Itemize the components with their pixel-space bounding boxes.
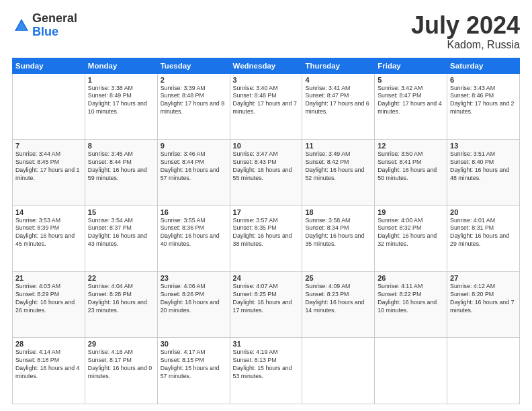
day-content: Sunrise: 3:54 AM Sunset: 8:37 PM Dayligh… xyxy=(88,217,154,249)
calendar-cell: 4Sunrise: 3:41 AM Sunset: 8:47 PM Daylig… xyxy=(302,73,375,139)
day-content: Sunrise: 3:49 AM Sunset: 8:42 PM Dayligh… xyxy=(305,150,371,183)
day-number: 26 xyxy=(378,274,444,282)
day-number: 14 xyxy=(15,208,82,216)
day-content: Sunrise: 3:58 AM Sunset: 8:34 PM Dayligh… xyxy=(305,217,371,249)
calendar-cell xyxy=(375,338,447,404)
logo: General Blue xyxy=(12,12,77,39)
day-content: Sunrise: 4:04 AM Sunset: 8:28 PM Dayligh… xyxy=(88,283,154,315)
day-content: Sunrise: 4:09 AM Sunset: 8:23 PM Dayligh… xyxy=(305,283,371,315)
calendar-cell: 16Sunrise: 3:55 AM Sunset: 8:36 PM Dayli… xyxy=(157,205,230,271)
day-content: Sunrise: 4:06 AM Sunset: 8:26 PM Dayligh… xyxy=(161,283,227,315)
header-tuesday: Tuesday xyxy=(157,58,230,73)
day-content: Sunrise: 4:16 AM Sunset: 8:17 PM Dayligh… xyxy=(88,349,154,381)
day-content: Sunrise: 4:03 AM Sunset: 8:29 PM Dayligh… xyxy=(15,283,82,315)
calendar-cell: 20Sunrise: 4:01 AM Sunset: 8:31 PM Dayli… xyxy=(447,205,520,271)
calendar-cell: 1Sunrise: 3:38 AM Sunset: 8:49 PM Daylig… xyxy=(85,73,157,139)
logo-icon xyxy=(12,16,31,35)
logo-blue: Blue xyxy=(32,26,77,39)
logo-general: General xyxy=(32,12,77,26)
calendar-cell: 11Sunrise: 3:49 AM Sunset: 8:42 PM Dayli… xyxy=(302,140,375,205)
calendar-cell: 12Sunrise: 3:50 AM Sunset: 8:41 PM Dayli… xyxy=(375,140,447,205)
location: Kadom, Russia xyxy=(411,39,520,51)
day-content: Sunrise: 3:50 AM Sunset: 8:41 PM Dayligh… xyxy=(378,150,444,183)
calendar-cell: 24Sunrise: 4:07 AM Sunset: 8:25 PM Dayli… xyxy=(230,272,302,338)
day-content: Sunrise: 3:43 AM Sunset: 8:46 PM Dayligh… xyxy=(450,85,517,117)
day-number: 31 xyxy=(233,340,300,348)
day-number: 27 xyxy=(450,274,517,282)
calendar-week-2: 7Sunrise: 3:44 AM Sunset: 8:45 PM Daylig… xyxy=(13,140,520,205)
calendar-cell: 18Sunrise: 3:58 AM Sunset: 8:34 PM Dayli… xyxy=(302,205,375,271)
day-content: Sunrise: 3:40 AM Sunset: 8:48 PM Dayligh… xyxy=(233,85,300,117)
day-number: 6 xyxy=(450,76,517,84)
day-number: 18 xyxy=(305,208,371,216)
day-number: 19 xyxy=(378,208,444,216)
calendar-cell: 28Sunrise: 4:14 AM Sunset: 8:18 PM Dayli… xyxy=(13,338,85,404)
day-number: 9 xyxy=(161,142,227,150)
calendar-cell xyxy=(302,338,375,404)
day-content: Sunrise: 3:57 AM Sunset: 8:35 PM Dayligh… xyxy=(233,217,300,249)
calendar-week-1: 1Sunrise: 3:38 AM Sunset: 8:49 PM Daylig… xyxy=(13,73,520,139)
header-monday: Monday xyxy=(85,58,157,73)
day-content: Sunrise: 3:47 AM Sunset: 8:43 PM Dayligh… xyxy=(233,150,300,183)
calendar-page: General Blue July 2024 Kadom, Russia Sun… xyxy=(0,0,532,411)
calendar-cell: 5Sunrise: 3:42 AM Sunset: 8:47 PM Daylig… xyxy=(375,73,447,139)
day-number: 29 xyxy=(88,340,154,348)
day-content: Sunrise: 4:00 AM Sunset: 8:32 PM Dayligh… xyxy=(378,217,444,249)
calendar-cell: 15Sunrise: 3:54 AM Sunset: 8:37 PM Dayli… xyxy=(85,205,157,271)
calendar-cell: 27Sunrise: 4:12 AM Sunset: 8:20 PM Dayli… xyxy=(447,272,520,338)
calendar-week-3: 14Sunrise: 3:53 AM Sunset: 8:39 PM Dayli… xyxy=(13,205,520,271)
day-content: Sunrise: 4:11 AM Sunset: 8:22 PM Dayligh… xyxy=(378,283,444,315)
header: General Blue July 2024 Kadom, Russia xyxy=(12,12,520,51)
day-number: 10 xyxy=(233,142,300,150)
day-number: 2 xyxy=(161,76,227,84)
calendar-cell: 3Sunrise: 3:40 AM Sunset: 8:48 PM Daylig… xyxy=(230,73,302,139)
day-number: 5 xyxy=(378,76,444,84)
day-number: 25 xyxy=(305,274,371,282)
calendar-cell: 13Sunrise: 3:51 AM Sunset: 8:40 PM Dayli… xyxy=(447,140,520,205)
day-content: Sunrise: 3:51 AM Sunset: 8:40 PM Dayligh… xyxy=(450,150,517,183)
day-number: 13 xyxy=(450,142,517,150)
calendar-cell: 19Sunrise: 4:00 AM Sunset: 8:32 PM Dayli… xyxy=(375,205,447,271)
day-number: 11 xyxy=(305,142,371,150)
day-content: Sunrise: 4:01 AM Sunset: 8:31 PM Dayligh… xyxy=(450,217,517,249)
calendar-cell: 9Sunrise: 3:46 AM Sunset: 8:44 PM Daylig… xyxy=(157,140,230,205)
day-content: Sunrise: 3:53 AM Sunset: 8:39 PM Dayligh… xyxy=(15,217,82,249)
day-content: Sunrise: 4:19 AM Sunset: 8:13 PM Dayligh… xyxy=(233,349,300,381)
month-title: July 2024 xyxy=(411,12,520,39)
day-content: Sunrise: 4:07 AM Sunset: 8:25 PM Dayligh… xyxy=(233,283,300,315)
day-number: 7 xyxy=(15,142,82,150)
day-number: 21 xyxy=(15,274,82,282)
calendar-cell: 8Sunrise: 3:45 AM Sunset: 8:44 PM Daylig… xyxy=(85,140,157,205)
calendar-week-5: 28Sunrise: 4:14 AM Sunset: 8:18 PM Dayli… xyxy=(13,338,520,404)
calendar-cell: 14Sunrise: 3:53 AM Sunset: 8:39 PM Dayli… xyxy=(13,205,85,271)
day-number: 8 xyxy=(88,142,154,150)
header-friday: Friday xyxy=(375,58,447,73)
calendar-cell xyxy=(13,73,85,139)
day-content: Sunrise: 4:12 AM Sunset: 8:20 PM Dayligh… xyxy=(450,283,517,315)
calendar-cell: 26Sunrise: 4:11 AM Sunset: 8:22 PM Dayli… xyxy=(375,272,447,338)
day-content: Sunrise: 3:44 AM Sunset: 8:45 PM Dayligh… xyxy=(15,150,82,183)
calendar-cell: 17Sunrise: 3:57 AM Sunset: 8:35 PM Dayli… xyxy=(230,205,302,271)
day-number: 28 xyxy=(15,340,82,348)
day-number: 15 xyxy=(88,208,154,216)
day-content: Sunrise: 4:17 AM Sunset: 8:15 PM Dayligh… xyxy=(161,349,227,381)
day-number: 22 xyxy=(88,274,154,282)
calendar-table: Sunday Monday Tuesday Wednesday Thursday… xyxy=(12,58,520,404)
day-content: Sunrise: 3:42 AM Sunset: 8:47 PM Dayligh… xyxy=(378,85,444,117)
calendar-cell: 25Sunrise: 4:09 AM Sunset: 8:23 PM Dayli… xyxy=(302,272,375,338)
header-wednesday: Wednesday xyxy=(230,58,302,73)
day-number: 1 xyxy=(88,76,154,84)
day-number: 16 xyxy=(161,208,227,216)
calendar-cell xyxy=(447,338,520,404)
title-block: July 2024 Kadom, Russia xyxy=(411,12,520,51)
header-thursday: Thursday xyxy=(302,58,375,73)
calendar-cell: 21Sunrise: 4:03 AM Sunset: 8:29 PM Dayli… xyxy=(13,272,85,338)
day-number: 3 xyxy=(233,76,300,84)
header-sunday: Sunday xyxy=(13,58,85,73)
calendar-cell: 7Sunrise: 3:44 AM Sunset: 8:45 PM Daylig… xyxy=(13,140,85,205)
day-content: Sunrise: 3:39 AM Sunset: 8:48 PM Dayligh… xyxy=(161,85,227,117)
calendar-cell: 30Sunrise: 4:17 AM Sunset: 8:15 PM Dayli… xyxy=(157,338,230,404)
day-content: Sunrise: 3:55 AM Sunset: 8:36 PM Dayligh… xyxy=(161,217,227,249)
calendar-week-4: 21Sunrise: 4:03 AM Sunset: 8:29 PM Dayli… xyxy=(13,272,520,338)
calendar-cell: 31Sunrise: 4:19 AM Sunset: 8:13 PM Dayli… xyxy=(230,338,302,404)
